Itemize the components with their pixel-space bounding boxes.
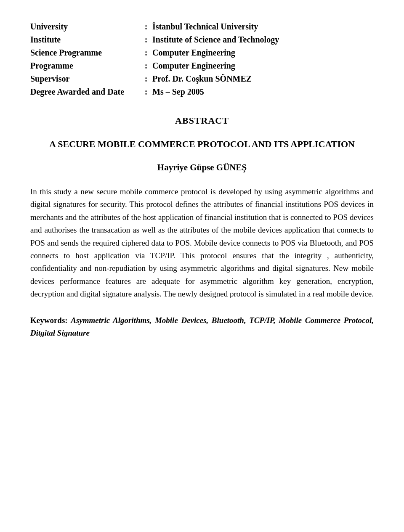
info-row: Degree Awarded and Date:Ms – Sep 2005 [30,85,374,98]
info-label: Degree Awarded and Date [30,85,140,98]
info-colon: : [140,20,152,33]
info-colon: : [140,85,152,98]
keywords: Keywords: Asymmetric Algorithms, Mobile … [30,314,374,340]
info-label: Programme [30,59,140,72]
info-colon: : [140,33,152,46]
info-value: İstanbul Technical University [152,20,374,33]
keywords-label: Keywords: [30,316,68,325]
info-label: Science Programme [30,46,140,59]
info-value: Prof. Dr. Coşkun SÖNMEZ [152,72,374,85]
info-row: Programme:Computer Engineering [30,59,374,72]
abstract-section: ABSTRACT A SECURE MOBILE COMMERCE PROTOC… [30,115,374,339]
info-label: University [30,20,140,33]
info-table: University:İstanbul Technical University… [30,20,374,98]
info-value: Computer Engineering [152,59,374,72]
keywords-value: Asymmetric Algorithms, Mobile Devices, B… [30,316,374,337]
abstract-body: In this study a new secure mobile commer… [30,185,374,301]
info-colon: : [140,59,152,72]
abstract-title: ABSTRACT [30,115,374,126]
paper-title: A SECURE MOBILE COMMERCE PROTOCOL AND IT… [30,139,374,150]
abstract-paragraph: In this study a new secure mobile commer… [30,185,374,301]
author-name: Hayriye Güpse GÜNEŞ [30,162,374,173]
info-row: Science Programme:Computer Engineering [30,46,374,59]
info-label: Institute [30,33,140,46]
info-value: Ms – Sep 2005 [152,85,374,98]
info-value: Institute of Science and Technology [152,33,374,46]
info-label: Supervisor [30,72,140,85]
info-colon: : [140,46,152,59]
info-row: Institute:Institute of Science and Techn… [30,33,374,46]
info-row: Supervisor:Prof. Dr. Coşkun SÖNMEZ [30,72,374,85]
info-colon: : [140,72,152,85]
info-row: University:İstanbul Technical University [30,20,374,33]
info-value: Computer Engineering [152,46,374,59]
